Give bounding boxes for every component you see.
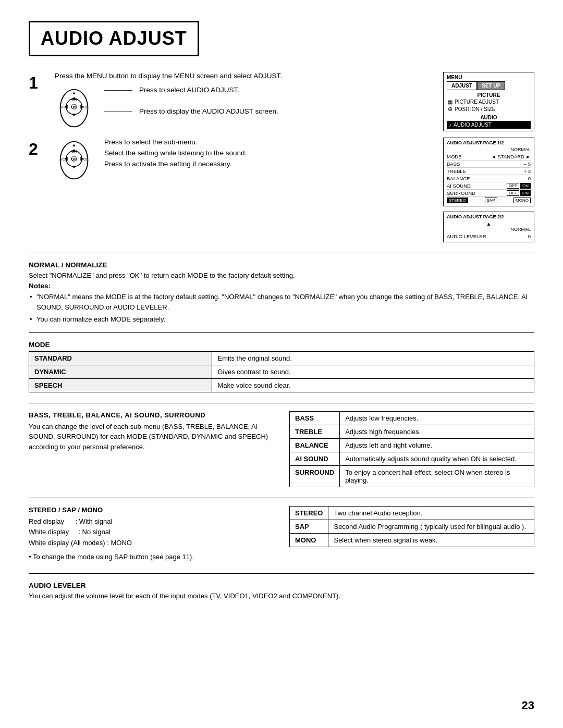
table-row: SURROUNDTo enjoy a concert hall effect, … [290, 465, 534, 487]
normalize-title: NORMAL / NORMALIZE [29, 261, 534, 269]
stereo-desc-cell: Two channel Audio reception. [328, 506, 534, 520]
step-1-row: 1 Press the MENU button to display the M… [29, 72, 433, 130]
surround-off-btn: OFF [507, 190, 519, 196]
remote-svg-2: OK CH VOL VOL [55, 138, 94, 182]
leveler-title: AUDIO LEVELER [29, 582, 534, 589]
mode-title: MODE [29, 341, 534, 349]
svg-point-11 [73, 92, 75, 94]
notes-title: Notes: [29, 282, 534, 290]
svg-marker-22 [72, 166, 76, 169]
page2-triangle: ▲ [447, 221, 531, 227]
step1-line2-text: Press to display the AUDIO ADJUST screen… [139, 107, 278, 115]
bass-desc-cell: Adjusts high frequencies. [340, 425, 534, 438]
bass-table-body: BASSAdjusts low frequencies.TREBLEAdjust… [290, 411, 534, 487]
table-row: SPEECHMake voice sound clear. [29, 378, 534, 392]
stereo-right: STEREOTwo channel Audio reception.SAPSec… [289, 506, 534, 563]
step-2-row: 2 OK CH VOL [29, 138, 433, 182]
bass-label-cell: SURROUND [290, 465, 340, 487]
page-container: AUDIO ADJUST 1 Press the MENU button to … [0, 0, 563, 728]
stereo-label-cell: SAP [290, 520, 328, 533]
table-row: DYNAMICGives contrast to sound. [29, 365, 534, 378]
page-title: AUDIO ADJUST [29, 21, 199, 56]
divider-2 [29, 332, 534, 333]
mode-cell: SPEECH [29, 378, 212, 392]
divider-4 [29, 498, 534, 498]
bass-label-cell: TREBLE [290, 425, 340, 438]
divider-3 [29, 403, 534, 403]
svg-text:OK: OK [71, 157, 77, 162]
audio-balance-row: BALANCE 0 [447, 175, 531, 182]
table-row: STANDARDEmits the original sound. [29, 351, 534, 365]
svg-marker-10 [72, 114, 76, 117]
mono-btn: MONO [513, 198, 531, 203]
stereo-desc-cell: Select when stereo signal is weak. [328, 533, 534, 547]
ai-sound-off-btn: OFF [507, 183, 519, 189]
audio-leveler-row: AUDIO LEVELER 0 [447, 233, 531, 240]
step-1-main-text: Press the MENU button to display the MEN… [55, 72, 433, 80]
menu-tab-setup: SET UP [477, 81, 505, 90]
bass-desc-cell: To enjoy a concert hall effect, select O… [340, 465, 534, 487]
bass-desc-cell: Automatically adjusts sound quality when… [340, 452, 534, 465]
bass-section: BASS, TREBLE, BALANCE, AI SOUND, SURROUN… [29, 411, 534, 487]
stereo-white-row: White display : No signal [29, 527, 274, 538]
audio-box-page1-header: AUDIO ADJUST PAGE 1/2 [447, 140, 531, 145]
remote-control-2: OK CH VOL VOL [55, 138, 94, 182]
instruction-line-2: ———— Press to display the AUDIO ADJUST s… [104, 107, 433, 115]
picture-icon: ▦ [448, 99, 452, 105]
remote-svg-1: OK CH VOL VOL [55, 86, 94, 130]
menu-header-label: MENU [447, 75, 531, 80]
mode-table-body: STANDARDEmits the original sound.DYNAMIC… [29, 351, 534, 392]
step-1-content: Press the MENU button to display the MEN… [55, 72, 433, 130]
svg-text:OK: OK [71, 105, 77, 109]
step-2-inner: OK CH VOL VOL [55, 138, 433, 182]
page-number: 23 [522, 699, 534, 712]
menu-tab-adjust: ADJUST [447, 81, 477, 90]
stereo-text: Red display : With signal White display … [29, 516, 274, 563]
normalize-section: NORMAL / NORMALIZE Select "NORMALIZE" an… [29, 261, 534, 325]
audio-box-page2-header: AUDIO ADJUST PAGE 2/2 [447, 214, 531, 219]
audio-bass-row: BASS – 5 [447, 161, 531, 168]
arrow-1: ———— [104, 86, 132, 94]
bass-label-cell: AI SOUND [290, 452, 340, 465]
page2-normal: NORMAL [447, 227, 531, 232]
step-2-number: 2 [29, 141, 44, 182]
leveler-section: AUDIO LEVELER You can adjust the volume … [29, 582, 534, 600]
audio-box-page2: AUDIO ADJUST PAGE 2/2 ▲ NORMAL AUDIO LEV… [443, 212, 534, 242]
stereo-red-row: Red display : With signal [29, 516, 274, 527]
stereo-title: STEREO / SAP / MONO [29, 506, 274, 514]
stereo-label-cell: MONO [290, 533, 328, 547]
stereo-btn: STEREO [447, 198, 468, 203]
step-instructions-1: ———— Press to select AUDIO ADJUST. ———— … [104, 86, 433, 118]
step-2-content: OK CH VOL VOL [55, 138, 433, 182]
bass-title: BASS, TREBLE, BALANCE, AI SOUND, SURROUN… [29, 411, 274, 419]
audio-stereo-row: STEREO SAP MONO [447, 197, 531, 204]
bass-label-cell: BALANCE [290, 438, 340, 452]
section-1: 1 Press the MENU button to display the M… [29, 72, 534, 242]
mode-cell: STANDARD [29, 351, 212, 365]
menu-position-size: ⊕ POSITION / SIZE [447, 105, 531, 113]
table-row: BALANCEAdjusts left and right volume. [290, 438, 534, 452]
table-row: AI SOUNDAutomatically adjusts sound qual… [290, 452, 534, 465]
note-1: "NORMAL" means the MODE is at the factor… [29, 292, 534, 312]
stereo-label-cell: STEREO [290, 506, 328, 520]
step-1-number: 1 [29, 75, 44, 130]
sap-btn: SAP [485, 198, 497, 203]
menu-picture-adjust: ▦ PICTURE ADJUST [447, 98, 531, 105]
table-row: BASSAdjusts low frequencies. [290, 411, 534, 425]
audio-treble-row: TREBLE + 3 [447, 168, 531, 175]
stereo-section: STEREO / SAP / MONO Red display : With s… [29, 506, 534, 563]
mode-desc-cell: Make voice sound clear. [212, 378, 534, 392]
table-row: MONOSelect when stereo signal is weak. [290, 533, 534, 547]
stereo-note: • To change the mode using SAP button (s… [29, 552, 274, 563]
menu-tabs: ADJUST SET UP [447, 81, 531, 90]
step-1-inner: OK CH VOL VOL [55, 86, 433, 130]
bass-table: BASSAdjusts low frequencies.TREBLEAdjust… [289, 411, 534, 487]
audio-mode-row: MODE ◄ STANDARD ► [447, 153, 531, 161]
normalize-text: Select "NORMALIZE" and press "OK" to ret… [29, 272, 534, 279]
bass-right: BASSAdjusts low frequencies.TREBLEAdjust… [289, 411, 534, 487]
note-2: You can normalize each MODE separately. [29, 314, 534, 325]
steps-area: 1 Press the MENU button to display the M… [29, 72, 433, 242]
ai-sound-on-btn: ON [520, 183, 531, 189]
audio-ai-sound-row: AI SOUND OFF ON [447, 182, 531, 190]
table-row: TREBLEAdjusts high frequencies. [290, 425, 534, 438]
